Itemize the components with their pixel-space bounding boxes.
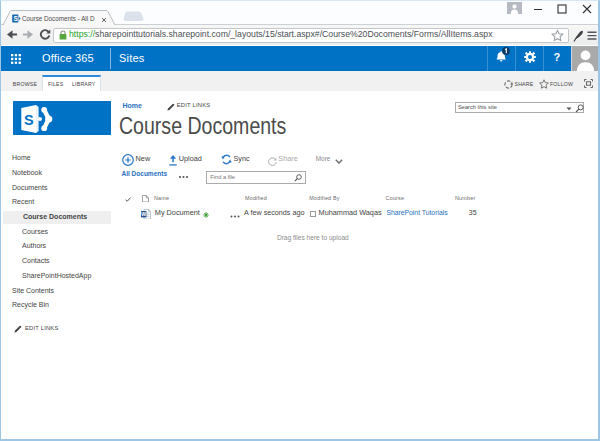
svg-text:S: S: [24, 111, 34, 127]
svg-text:S: S: [13, 15, 18, 22]
svg-text:W: W: [141, 211, 146, 217]
